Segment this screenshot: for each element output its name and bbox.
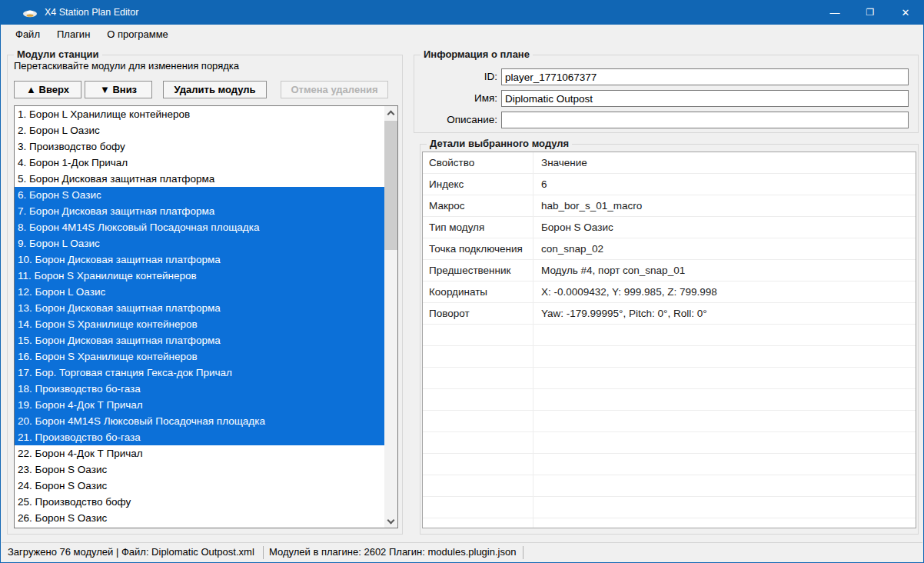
status-separator [263, 546, 264, 559]
undo-delete-button[interactable]: Отмена удаления [281, 81, 388, 98]
module-list-item[interactable]: 18. Производство бо-газа [15, 381, 384, 397]
module-list-item[interactable]: 7. Борон Дисковая защитная платформа [15, 203, 384, 219]
module-list-item[interactable]: 5. Борон Дисковая защитная платформа [15, 171, 384, 187]
module-list-item[interactable]: 10. Борон Дисковая защитная платформа [15, 252, 384, 268]
module-list-item[interactable]: 22. Борон 4-Док Т Причал [15, 445, 384, 461]
move-up-button[interactable]: ▲ Вверх [14, 81, 81, 98]
value-cell: Yaw: -179.99995°, Pitch: 0°, Roll: 0° [533, 303, 916, 324]
module-list-item[interactable]: 23. Борон S Оазис [15, 461, 384, 478]
id-label: ID: [420, 68, 497, 85]
module-list-item[interactable]: 4. Борон 1-Док Причал [15, 155, 384, 171]
value-cell: Значение [533, 152, 916, 173]
property-cell [423, 432, 533, 453]
scrollbar-thumb[interactable] [384, 121, 397, 250]
scroll-down-icon[interactable] [384, 515, 397, 528]
app-window: X4 Station Plan Editor — ❐ ✕ ФайлПлагинО… [0, 0, 924, 563]
value-cell: Модуль #4, порт con_snap_01 [533, 260, 916, 281]
value-cell [533, 518, 916, 528]
window-title: X4 Station Plan Editor [45, 7, 138, 18]
details-header-row: СвойствоЗначение [423, 152, 916, 174]
module-listbox: 1. Борон L Хранилище контейнеров2. Борон… [14, 105, 398, 528]
details-row [423, 432, 916, 454]
module-list-item[interactable]: 17. Бор. Торговая станция Гекса-док Прич… [15, 365, 384, 381]
module-list-item[interactable]: 6. Борон S Оазис [15, 187, 384, 203]
module-list-item[interactable]: 25. Производство бофу [15, 494, 384, 510]
delete-module-button[interactable]: Удалить модуль [163, 81, 267, 98]
property-cell [423, 325, 533, 345]
value-cell [533, 368, 916, 388]
property-cell: Тип модуля [423, 217, 533, 238]
details-row: Макросhab_bor_s_01_macro [423, 195, 916, 217]
value-cell [533, 325, 916, 345]
module-list-item[interactable]: 9. Борон L Оазис [15, 235, 384, 252]
module-list-item[interactable]: 15. Борон Дисковая защитная платформа [15, 332, 384, 348]
module-list-item[interactable]: 2. Борон L Оазис [15, 122, 384, 138]
details-row: Индекс6 [423, 174, 916, 195]
menu-item-file[interactable]: Файл [7, 25, 48, 45]
details-row: ПредшественникМодуль #4, порт con_snap_0… [423, 260, 916, 282]
module-details-title: Детали выбранного модуля [427, 138, 572, 149]
title-bar: X4 Station Plan Editor — ❐ ✕ [1, 1, 923, 25]
value-cell: 6 [533, 174, 916, 195]
module-list-item[interactable]: 24. Борон S Оазис [15, 478, 384, 494]
property-cell: Координаты [423, 282, 533, 302]
id-field[interactable] [501, 68, 909, 85]
property-cell: Индекс [423, 174, 533, 195]
module-list-item[interactable]: 13. Борон Дисковая защитная платформа [15, 300, 384, 316]
name-field[interactable] [501, 90, 909, 107]
description-label: Описание: [420, 112, 497, 128]
station-modules-group: Модули станции Перетаскивайте модули для… [7, 55, 403, 535]
details-row [423, 454, 916, 475]
station-modules-title: Модули станции [14, 48, 102, 60]
module-details-group: Детали выбранного модуля СвойствоЗначени… [420, 144, 919, 535]
module-list-item[interactable]: 1. Борон L Хранилище контейнеров [15, 106, 384, 122]
maximize-button[interactable]: ❐ [853, 1, 888, 25]
name-label: Имя: [420, 90, 497, 107]
module-list-item[interactable]: 21. Производство бо-газа [15, 429, 384, 445]
module-list-item[interactable]: 11. Борон S Хранилище контейнеров [15, 268, 384, 284]
status-plugin-info: Модулей в плагине: 2602 Плагин: modules.… [269, 546, 516, 558]
details-row [423, 389, 916, 411]
module-list-item[interactable]: 12. Борон L Оазис [15, 284, 384, 300]
details-row [423, 325, 916, 346]
status-separator [523, 546, 523, 559]
module-list-item[interactable]: 8. Борон 4M14S Люксовый Посадочная площа… [15, 219, 384, 235]
module-list-item[interactable]: 26. Борон S Оазис [15, 510, 384, 526]
value-cell [533, 389, 916, 410]
close-button[interactable]: ✕ [888, 1, 923, 25]
property-cell [423, 475, 533, 496]
list-scrollbar[interactable] [384, 106, 397, 528]
menu-item-about[interactable]: О программе [98, 25, 177, 45]
details-row: ПоворотYaw: -179.99995°, Pitch: 0°, Roll… [423, 303, 916, 325]
details-table: СвойствоЗначениеИндекс6Макросhab_bor_s_0… [422, 152, 916, 528]
details-row [423, 346, 916, 368]
plan-info-title: Информация о плане [420, 48, 533, 60]
property-cell [423, 454, 533, 475]
property-cell [423, 368, 533, 388]
property-cell: Поворот [423, 303, 533, 324]
module-list: 1. Борон L Хранилище контейнеров2. Борон… [15, 106, 384, 528]
app-icon [22, 6, 38, 19]
value-cell: X: -0.0009432, Y: 999.985, Z: 799.998 [533, 282, 916, 302]
drag-hint-label: Перетаскивайте модули для изменения поря… [14, 60, 239, 72]
value-cell [533, 411, 916, 431]
property-cell [423, 411, 533, 431]
description-field[interactable] [501, 112, 909, 128]
module-list-item[interactable]: 14. Борон S Хранилище контейнеров [15, 316, 384, 332]
value-cell [533, 346, 916, 367]
property-cell: Свойство [423, 152, 533, 173]
module-list-item[interactable]: 20. Борон 4M14S Люксовый Посадочная площ… [15, 413, 384, 429]
scroll-up-icon[interactable] [384, 106, 397, 119]
value-cell: Борон S Оазис [533, 217, 916, 238]
details-row [423, 475, 916, 497]
property-cell [423, 497, 533, 518]
property-cell [423, 518, 533, 528]
menu-item-plugin[interactable]: Плагин [48, 25, 98, 45]
module-list-item[interactable]: 19. Борон 4-Док Т Причал [15, 397, 384, 413]
property-cell [423, 389, 533, 410]
module-list-item[interactable]: 16. Борон S Хранилище контейнеров [15, 348, 384, 365]
minimize-button[interactable]: — [817, 1, 853, 25]
module-list-item[interactable]: 3. Производство бофу [15, 138, 384, 155]
value-cell [533, 454, 916, 475]
move-down-button[interactable]: ▼ Вниз [85, 81, 152, 98]
